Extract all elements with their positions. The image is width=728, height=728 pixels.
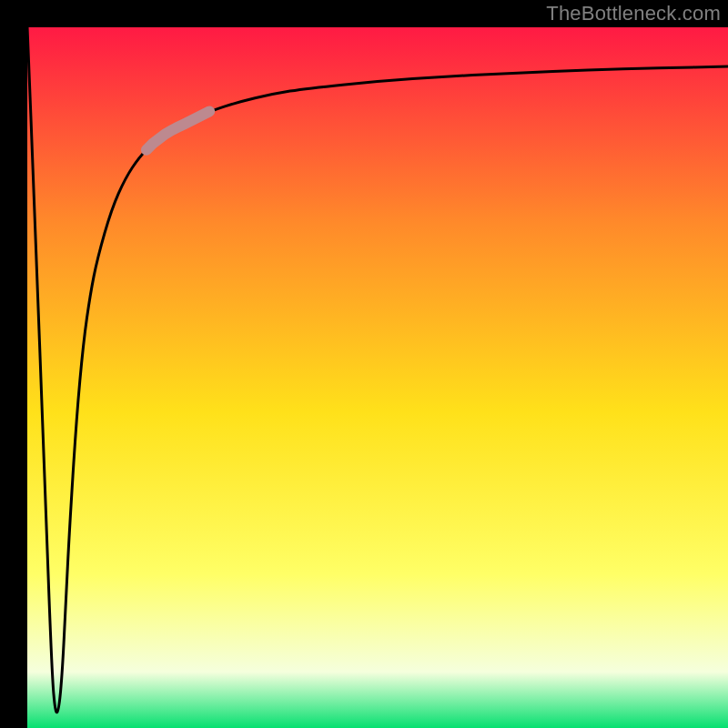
watermark-text: TheBottleneck.com [546, 2, 721, 25]
chart-frame: TheBottleneck.com [0, 0, 728, 728]
highlight-segment [147, 111, 209, 149]
curve-layer [27, 27, 728, 728]
plot-area [27, 27, 728, 728]
bottleneck-curve [27, 27, 728, 713]
